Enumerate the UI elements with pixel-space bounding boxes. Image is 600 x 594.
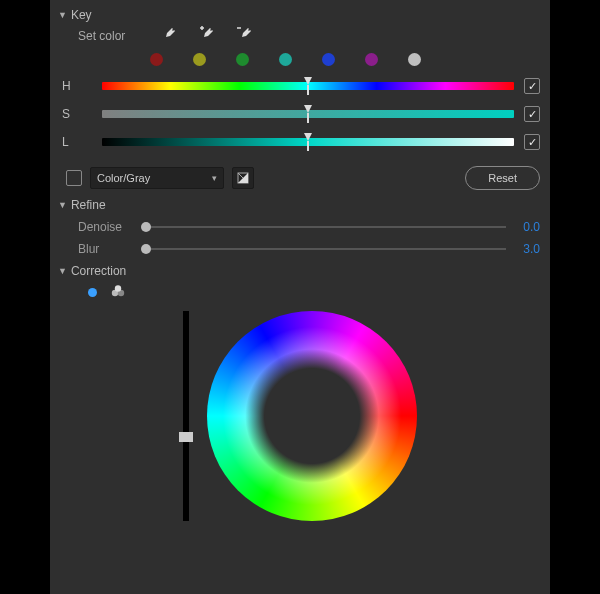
hue-label: H bbox=[62, 79, 92, 93]
denoise-value[interactable]: 0.0 bbox=[514, 220, 540, 234]
swatch-cyan[interactable] bbox=[279, 53, 292, 66]
blur-thumb[interactable] bbox=[141, 244, 151, 254]
svg-point-3 bbox=[115, 285, 121, 291]
eyedropper-icon[interactable] bbox=[160, 26, 176, 45]
effects-panel: ▼ Key Set color H S bbox=[50, 0, 550, 594]
set-color-row: Set color bbox=[60, 26, 540, 45]
color-mode-row: Color/Gray ▾ Reset bbox=[66, 166, 540, 190]
section-key-header[interactable]: ▼ Key bbox=[58, 8, 540, 22]
section-refine-title: Refine bbox=[71, 198, 106, 212]
hue-checkbox[interactable] bbox=[524, 78, 540, 94]
saturation-thumb[interactable] bbox=[302, 105, 314, 123]
lightness-row: L bbox=[60, 134, 540, 150]
invert-icon[interactable] bbox=[232, 167, 254, 189]
hue-row: H bbox=[60, 78, 540, 94]
swatch-magenta[interactable] bbox=[365, 53, 378, 66]
denoise-slider[interactable] bbox=[146, 226, 506, 228]
swatch-yellow[interactable] bbox=[193, 53, 206, 66]
section-key-title: Key bbox=[71, 8, 92, 22]
color-wheel[interactable] bbox=[207, 311, 417, 521]
reset-button-label: Reset bbox=[488, 172, 517, 184]
correction-mode-icons bbox=[88, 284, 540, 301]
hue-thumb[interactable] bbox=[302, 77, 314, 95]
color-swatches bbox=[150, 53, 540, 66]
color-mode-dropdown[interactable]: Color/Gray ▾ bbox=[90, 167, 224, 189]
color-wheel-area bbox=[60, 311, 540, 521]
lightness-thumb[interactable] bbox=[302, 133, 314, 151]
color-mode-dropdown-label: Color/Gray bbox=[97, 172, 150, 184]
three-way-icon[interactable] bbox=[111, 284, 125, 301]
luminance-thumb[interactable] bbox=[179, 432, 193, 442]
color-mode-checkbox[interactable] bbox=[66, 170, 82, 186]
saturation-checkbox[interactable] bbox=[524, 106, 540, 122]
swatch-blue[interactable] bbox=[322, 53, 335, 66]
channel-dot-icon[interactable] bbox=[88, 288, 97, 297]
chevron-down-icon: ▾ bbox=[212, 173, 217, 183]
set-color-label: Set color bbox=[78, 29, 136, 43]
saturation-label: S bbox=[62, 107, 92, 121]
section-refine-header[interactable]: ▼ Refine bbox=[58, 198, 540, 212]
section-correction-header[interactable]: ▼ Correction bbox=[58, 264, 540, 278]
denoise-label: Denoise bbox=[78, 220, 138, 234]
chevron-down-icon: ▼ bbox=[58, 200, 67, 210]
saturation-slider[interactable] bbox=[102, 110, 514, 118]
blur-label: Blur bbox=[78, 242, 138, 256]
lightness-slider[interactable] bbox=[102, 138, 514, 146]
reset-button[interactable]: Reset bbox=[465, 166, 540, 190]
luminance-slider[interactable] bbox=[183, 311, 189, 521]
eyedropper-add-icon[interactable] bbox=[198, 26, 214, 45]
saturation-row: S bbox=[60, 106, 540, 122]
blur-value[interactable]: 3.0 bbox=[514, 242, 540, 256]
chevron-down-icon: ▼ bbox=[58, 266, 67, 276]
swatch-red[interactable] bbox=[150, 53, 163, 66]
hue-slider[interactable] bbox=[102, 82, 514, 90]
swatch-white[interactable] bbox=[408, 53, 421, 66]
chevron-down-icon: ▼ bbox=[58, 10, 67, 20]
blur-slider[interactable] bbox=[146, 248, 506, 250]
blur-row: Blur 3.0 bbox=[78, 242, 540, 256]
denoise-row: Denoise 0.0 bbox=[78, 220, 540, 234]
lightness-checkbox[interactable] bbox=[524, 134, 540, 150]
swatch-green[interactable] bbox=[236, 53, 249, 66]
denoise-thumb[interactable] bbox=[141, 222, 151, 232]
section-correction-title: Correction bbox=[71, 264, 126, 278]
lightness-label: L bbox=[62, 135, 92, 149]
eyedropper-subtract-icon[interactable] bbox=[236, 26, 252, 45]
